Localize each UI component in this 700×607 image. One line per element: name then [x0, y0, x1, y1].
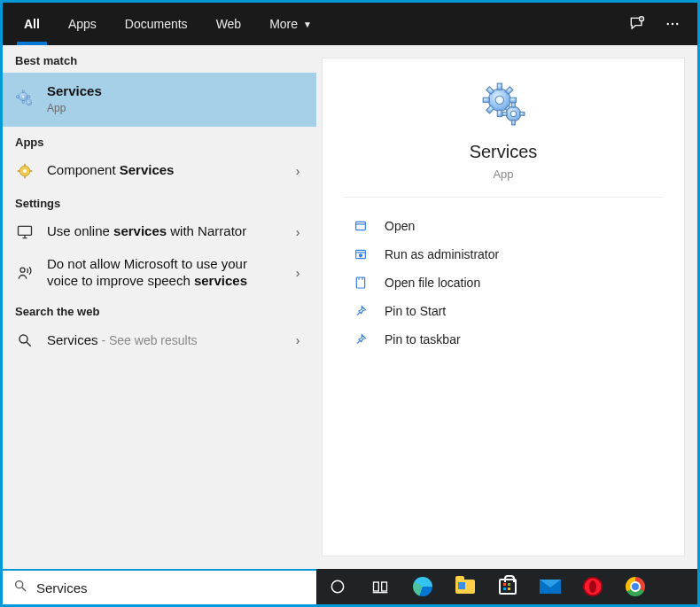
group-settings: Settings — [3, 188, 316, 215]
svg-rect-28 — [497, 110, 502, 116]
taskbar-mail-icon[interactable] — [529, 569, 572, 604]
svg-rect-42 — [356, 222, 366, 230]
chevron-down-icon: ▼ — [303, 19, 312, 29]
component-services-icon — [15, 161, 35, 181]
taskbar-explorer-icon[interactable] — [444, 569, 486, 604]
services-gear-icon-large — [481, 82, 525, 126]
detail-subtitle: App — [493, 167, 513, 181]
search-input[interactable] — [36, 580, 306, 595]
svg-rect-29 — [483, 97, 489, 102]
chevron-right-icon: › — [292, 333, 304, 347]
chevron-right-icon: › — [292, 225, 304, 239]
taskbar-opera-icon[interactable] — [572, 569, 614, 604]
svg-point-23 — [20, 268, 25, 272]
action-open[interactable]: Open — [353, 212, 654, 240]
speech-icon — [15, 263, 35, 283]
svg-rect-30 — [509, 97, 516, 102]
svg-point-41 — [510, 111, 516, 116]
action-open-location[interactable]: Open file location — [353, 268, 654, 297]
result-voice-services[interactable]: Do not allow Microsoft to use your voice… — [3, 249, 316, 297]
services-gear-icon — [15, 89, 35, 108]
chevron-right-icon: › — [292, 164, 304, 178]
result-subtitle: App — [47, 102, 304, 114]
svg-point-13 — [21, 96, 25, 99]
tab-web[interactable]: Web — [202, 3, 256, 45]
svg-line-46 — [22, 588, 26, 591]
svg-point-3 — [676, 23, 678, 25]
svg-point-47 — [331, 580, 343, 592]
action-pin-start[interactable]: Pin to Start — [353, 297, 654, 325]
svg-rect-5 — [22, 90, 24, 93]
svg-rect-37 — [512, 103, 516, 107]
results-list: Best match Services App Apps Component — [3, 45, 316, 569]
svg-line-25 — [27, 343, 31, 347]
svg-rect-39 — [502, 113, 507, 116]
taskbar-edge-icon[interactable] — [401, 569, 444, 604]
feedback-icon[interactable] — [619, 3, 655, 45]
chevron-right-icon: › — [292, 266, 304, 280]
svg-point-45 — [16, 581, 23, 588]
result-component-services[interactable]: Component Services › — [3, 154, 316, 188]
action-run-as-admin[interactable]: Run as administrator — [353, 240, 654, 268]
taskbar-chrome-icon[interactable] — [614, 569, 657, 604]
svg-rect-38 — [512, 121, 516, 125]
tab-more[interactable]: More▼ — [255, 3, 326, 45]
open-icon — [353, 219, 369, 233]
svg-point-2 — [672, 23, 673, 25]
svg-rect-44 — [356, 277, 364, 288]
svg-point-24 — [19, 335, 27, 343]
svg-point-15 — [27, 102, 29, 104]
svg-rect-6 — [22, 101, 24, 104]
more-options-icon[interactable] — [655, 3, 690, 45]
taskbar-store-icon[interactable] — [486, 569, 529, 604]
result-narrator-services[interactable]: Use online services with Narrator › — [3, 215, 316, 249]
svg-point-35 — [495, 96, 503, 104]
tab-all[interactable]: All — [10, 3, 54, 45]
detail-pane: Services App Open Run as administrator O… — [316, 45, 697, 569]
svg-rect-48 — [374, 582, 379, 591]
result-services-app[interactable]: Services App — [3, 73, 316, 127]
taskbar — [316, 569, 697, 604]
search-icon — [13, 579, 27, 596]
svg-rect-49 — [382, 582, 387, 591]
taskbar-cortana-icon[interactable] — [316, 569, 359, 604]
result-title: Services — [47, 83, 102, 98]
tab-documents[interactable]: Documents — [111, 3, 202, 45]
search-box[interactable] — [3, 569, 316, 604]
detail-title: Services — [470, 142, 538, 162]
action-pin-taskbar[interactable]: Pin to taskbar — [353, 325, 654, 354]
svg-point-1 — [667, 23, 669, 25]
group-apps: Apps — [3, 127, 316, 154]
search-filter-tabs: All Apps Documents Web More▼ — [3, 3, 697, 45]
search-icon — [15, 331, 35, 350]
pin-icon — [353, 332, 369, 346]
group-best-match: Best match — [3, 45, 316, 73]
folder-location-icon — [353, 276, 369, 290]
taskbar-taskview-icon[interactable] — [359, 569, 401, 604]
svg-rect-22 — [19, 226, 32, 235]
svg-point-17 — [23, 169, 27, 173]
monitor-icon — [15, 222, 35, 242]
pin-icon — [353, 304, 369, 318]
admin-shield-icon — [353, 247, 369, 261]
svg-rect-40 — [520, 113, 525, 116]
group-search-web: Search the web — [3, 296, 316, 323]
result-web-services[interactable]: Services - See web results › — [3, 323, 316, 357]
tab-apps[interactable]: Apps — [54, 3, 111, 45]
svg-rect-27 — [497, 83, 502, 89]
